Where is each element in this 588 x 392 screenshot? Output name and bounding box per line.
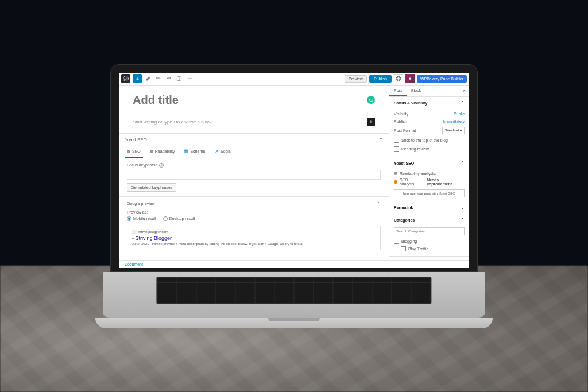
related-keyphrases-button[interactable]: Get related keyphrases: [127, 183, 176, 192]
undo-icon[interactable]: [154, 75, 163, 83]
post-format-select[interactable]: Standard ▾: [442, 127, 465, 134]
improve-post-button[interactable]: Improve your post with Yoast SEO: [394, 189, 465, 197]
serp-domain: strivingblogger.com: [138, 230, 168, 234]
post-format-label: Post Format: [394, 129, 416, 133]
share-icon: ↗: [214, 149, 219, 154]
pending-label: Pending review: [401, 147, 429, 151]
readability-dot-icon: [394, 172, 397, 175]
permalink-panel-header[interactable]: Permalink ⌄: [389, 201, 469, 214]
wordpress-logo-icon[interactable]: [121, 74, 130, 83]
yoast-metabox-title: Yoast SEO: [125, 137, 147, 142]
yoast-tab-readability[interactable]: Readability: [148, 146, 177, 158]
google-preview-header[interactable]: Google preview ⌃: [127, 201, 381, 207]
visibility-value-link[interactable]: Public: [454, 112, 465, 116]
mobile-result-radio[interactable]: Mobile result: [127, 216, 156, 221]
favicon-icon: [132, 230, 137, 234]
chevron-up-icon: ⌃: [461, 161, 465, 166]
yoast-tab-social[interactable]: ↗ Social: [212, 146, 234, 158]
laptop-keyboard: [103, 272, 485, 318]
svg-rect-5: [189, 79, 192, 79]
serp-title: - Striving Blogger: [132, 235, 376, 241]
seo-analysis-label: SEO analysis:: [400, 178, 424, 186]
wordpress-editor-screen: + Preview Publish: [119, 73, 469, 268]
yoast-sidebar-panel: Yoast SEO ⌃ Readability analysis: SEO an…: [389, 157, 469, 201]
screen-bezel: + Preview Publish: [110, 64, 478, 272]
schema-icon: ▦: [184, 149, 188, 154]
yoast-metabox-header[interactable]: Yoast SEO ⌃: [119, 134, 389, 146]
editor-area: G Start writing or type / to choose a bl…: [119, 86, 389, 268]
publish-label: Publish: [394, 119, 407, 123]
yoast-tab-seo[interactable]: SEO: [125, 146, 143, 158]
yoast-metabox: Yoast SEO ⌃ SEO Readability: [119, 133, 389, 255]
add-block-button[interactable]: +: [133, 74, 142, 83]
preview-button[interactable]: Preview: [345, 75, 367, 83]
svg-rect-7: [189, 80, 192, 80]
seo-status-value: Needs improvement: [427, 178, 465, 186]
category-checkbox[interactable]: [401, 246, 406, 251]
svg-rect-2: [188, 77, 188, 77]
laptop-base: [95, 318, 492, 328]
publish-button[interactable]: Publish: [369, 75, 392, 83]
publish-value-link[interactable]: Immediately: [443, 119, 465, 123]
chevron-down-icon: ▾: [460, 129, 462, 133]
preview-as-label: Preview as:: [127, 210, 381, 214]
category-item[interactable]: Blogging: [394, 238, 465, 245]
categories-panel: Categories ⌃ Blogging Blog Traffic: [389, 214, 469, 257]
category-item[interactable]: Blog Traffic: [394, 245, 465, 253]
sidebar-tab-post[interactable]: Post: [389, 86, 407, 96]
seo-dot-icon: [394, 180, 397, 184]
document-footer-tab[interactable]: Document: [119, 260, 389, 268]
categories-panel-header[interactable]: Categories ⌃: [389, 214, 469, 226]
wpbakery-button[interactable]: WPBakery Page Builder: [417, 75, 467, 83]
focus-keyphrase-label: Focus keyphrase: [127, 163, 157, 167]
status-panel-header[interactable]: Status & visibility ⌃: [389, 97, 469, 109]
permalink-panel: Permalink ⌄: [389, 201, 469, 214]
radio-checked-icon: [127, 216, 131, 221]
help-icon[interactable]: ?: [159, 163, 164, 168]
post-title-input[interactable]: [133, 94, 367, 107]
close-sidebar-button[interactable]: ×: [459, 86, 469, 96]
svg-rect-3: [189, 77, 192, 77]
chevron-up-icon: ⌃: [461, 218, 465, 223]
status-visibility-panel: Status & visibility ⌃ Visibility Public …: [389, 97, 469, 157]
serp-preview: strivingblogger.com - Striving Blogger J…: [127, 226, 381, 251]
chevron-down-icon: ⌄: [461, 205, 465, 210]
info-icon[interactable]: [175, 75, 183, 83]
settings-gear-button[interactable]: [394, 74, 403, 83]
svg-rect-4: [188, 79, 188, 79]
visibility-label: Visibility: [394, 112, 408, 116]
redo-icon[interactable]: [165, 75, 173, 83]
yoast-tab-schema[interactable]: ▦ Schema: [181, 146, 207, 158]
pending-checkbox[interactable]: [394, 146, 399, 152]
serp-description: Jul 3, 2021 · Please provide a meta desc…: [132, 242, 376, 247]
category-checkbox[interactable]: [394, 239, 399, 244]
chevron-up-icon: ⌃: [461, 100, 465, 106]
svg-rect-6: [188, 80, 188, 80]
seo-status-dot-icon: [127, 150, 130, 153]
laptop-frame: + Preview Publish: [110, 64, 478, 328]
editor-topbar: + Preview Publish: [119, 73, 469, 86]
inline-add-block-button[interactable]: +: [367, 118, 375, 126]
sidebar-tab-block[interactable]: Block: [407, 86, 425, 96]
body-placeholder[interactable]: Start writing or type / to choose a bloc…: [133, 119, 212, 125]
edit-mode-icon[interactable]: [144, 75, 152, 83]
readability-status-dot-icon: [150, 150, 153, 153]
outline-icon[interactable]: [185, 75, 194, 83]
focus-keyphrase-input[interactable]: [127, 170, 381, 180]
readability-analysis-label: Readability analysis:: [400, 172, 436, 176]
radio-unchecked-icon: [163, 216, 168, 221]
chevron-up-icon: ⌃: [377, 201, 381, 207]
desktop-result-radio[interactable]: Desktop result: [163, 216, 195, 221]
stick-label: Stick to the top of the blog: [401, 138, 448, 142]
grammarly-icon[interactable]: G: [367, 96, 375, 104]
category-search-input[interactable]: [394, 227, 465, 235]
yoast-panel-header[interactable]: Yoast SEO ⌃: [389, 157, 469, 169]
yoast-icon[interactable]: Y: [405, 74, 415, 83]
yoast-tabs: SEO Readability ▦ Schema ↗: [119, 146, 389, 158]
stick-checkbox[interactable]: [394, 138, 399, 143]
settings-sidebar: Post Block × Status & visibility ⌃ Visib…: [389, 86, 469, 268]
chevron-up-icon: ⌃: [379, 137, 383, 142]
